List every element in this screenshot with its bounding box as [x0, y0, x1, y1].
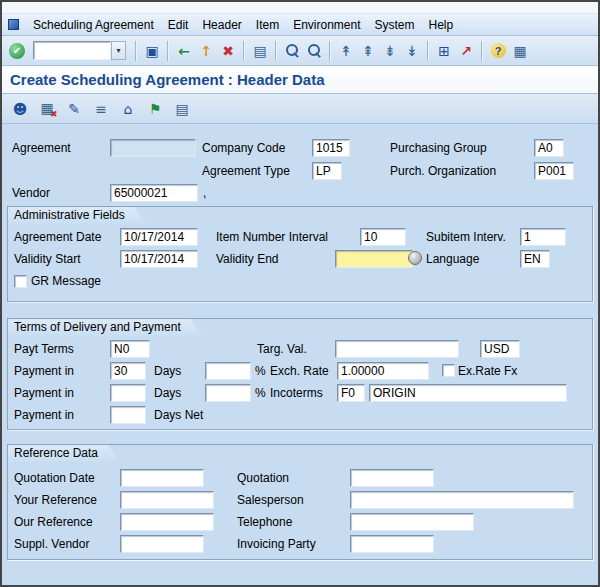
- payment-in-3-field[interactable]: [110, 406, 146, 424]
- incoterms-code-field[interactable]: F0: [337, 384, 365, 402]
- ex-rate-fx-label: Ex.Rate Fx: [458, 363, 517, 380]
- create-shortcut-icon: ↗: [460, 44, 472, 58]
- payment-in-1-field[interactable]: 30: [110, 362, 146, 380]
- language-field[interactable]: EN: [520, 250, 550, 268]
- agreement-field[interactable]: [110, 139, 196, 157]
- our-reference-field[interactable]: [120, 513, 214, 531]
- flag-button[interactable]: ⚑: [143, 98, 167, 120]
- payt-terms-field[interactable]: N0: [110, 340, 150, 358]
- agreement-type-label: Agreement Type: [202, 163, 290, 180]
- page-up-icon: ⇞: [362, 44, 374, 58]
- back-button[interactable]: ←: [173, 40, 195, 62]
- page-down-icon: ⇟: [384, 44, 396, 58]
- new-session-button[interactable]: ⊞: [433, 40, 455, 62]
- vendor-field[interactable]: 65000021: [110, 184, 198, 202]
- validity-start-field[interactable]: 10/17/2014: [120, 250, 198, 268]
- page-up-button[interactable]: ⇞: [357, 40, 379, 62]
- language-label: Language: [426, 251, 479, 268]
- application-toolbar: ☻ ▦ ✖ ✎ ≡ ⌂ ⚑ ▤: [2, 94, 598, 124]
- toolbar-separator: [167, 41, 169, 61]
- building-button[interactable]: ⌂: [116, 98, 140, 120]
- command-dropdown-button[interactable]: ▾: [111, 41, 126, 60]
- quotation-field[interactable]: [350, 469, 434, 487]
- vendor-suffix: ,: [203, 185, 206, 202]
- text-lines-button[interactable]: ≡: [89, 98, 113, 120]
- telephone-field[interactable]: [350, 513, 474, 531]
- customize-layout-button[interactable]: ▦: [509, 40, 531, 62]
- item-number-interval-field[interactable]: 10: [360, 228, 406, 246]
- company-code-field[interactable]: 1015: [312, 139, 350, 157]
- command-input[interactable]: [33, 41, 111, 60]
- toolbar-separator: [135, 41, 137, 61]
- help-button[interactable]: ?: [487, 40, 509, 62]
- percent-1-field[interactable]: [205, 362, 251, 380]
- subitem-interval-field[interactable]: 1: [520, 228, 566, 246]
- quotation-label: Quotation: [237, 470, 289, 487]
- payment-in-2-label: Payment in: [14, 385, 74, 402]
- exch-rate-label: Exch. Rate: [270, 363, 329, 380]
- menu-edit[interactable]: Edit: [161, 16, 196, 34]
- days-1-label: Days: [154, 363, 181, 380]
- menu-header[interactable]: Header: [195, 16, 248, 34]
- incoterms-text-field[interactable]: ORIGIN: [369, 384, 567, 402]
- create-shortcut-button[interactable]: ↗: [455, 40, 477, 62]
- menu-help[interactable]: Help: [422, 16, 461, 34]
- suppl-vendor-label: Suppl. Vendor: [14, 536, 89, 553]
- percent-2-field[interactable]: [205, 384, 251, 402]
- find-button[interactable]: [281, 40, 303, 62]
- payment-in-2-field[interactable]: [110, 384, 146, 402]
- targ-val-field[interactable]: [335, 340, 459, 358]
- exch-rate-field[interactable]: 1.00000: [337, 362, 429, 380]
- save-button[interactable]: ▣: [141, 40, 163, 62]
- first-page-icon: ↟: [340, 44, 352, 58]
- printer-button[interactable]: ▤: [170, 98, 194, 120]
- window-top-strip: [2, 2, 598, 14]
- suppl-vendor-field[interactable]: [120, 535, 204, 553]
- percent-2-label: %: [255, 385, 266, 402]
- ex-rate-fx-checkbox[interactable]: [442, 364, 455, 377]
- find-next-button[interactable]: [303, 40, 325, 62]
- agreement-type-field[interactable]: LP: [312, 162, 342, 180]
- calendar-cancel-icon: ▦ ✖: [40, 101, 53, 116]
- toolbar-separator: [481, 41, 483, 61]
- quotation-date-field[interactable]: [120, 469, 204, 487]
- menu-environment[interactable]: Environment: [286, 16, 367, 34]
- cancel-button[interactable]: ✖: [217, 40, 239, 62]
- menu-item[interactable]: Item: [249, 16, 286, 34]
- targ-val-label: Targ. Val.: [257, 341, 307, 358]
- salesperson-field[interactable]: [350, 491, 574, 509]
- item-number-interval-label: Item Number Interval: [216, 229, 328, 246]
- menu-bar: Scheduling Agreement Edit Header Item En…: [2, 14, 598, 36]
- app-icon: [8, 19, 19, 30]
- menu-scheduling-agreement[interactable]: Scheduling Agreement: [26, 16, 161, 34]
- building-icon: ⌂: [124, 102, 133, 116]
- validity-end-field[interactable]: [335, 250, 413, 268]
- purch-organization-field[interactable]: P001: [534, 162, 574, 180]
- page-down-button[interactable]: ⇟: [379, 40, 401, 62]
- administrative-fields-group-title: Administrative Fields: [7, 206, 147, 224]
- first-page-button[interactable]: ↟: [335, 40, 357, 62]
- pencil-icon: ✎: [68, 102, 80, 116]
- new-session-icon: ⊞: [438, 44, 450, 58]
- payt-terms-label: Payt Terms: [14, 341, 74, 358]
- calendar-cancel-button[interactable]: ▦ ✖: [35, 98, 59, 120]
- edit-button[interactable]: ✎: [62, 98, 86, 120]
- invoicing-party-field[interactable]: [350, 535, 434, 553]
- gr-message-checkbox[interactable]: [14, 275, 27, 288]
- page-title: Create Scheduling Agreement : Header Dat…: [10, 71, 325, 88]
- menu-system[interactable]: System: [368, 16, 422, 34]
- your-reference-field[interactable]: [120, 491, 214, 509]
- exit-button[interactable]: ↑: [195, 40, 217, 62]
- terms-of-delivery-group-title: Terms of Delivery and Payment: [7, 318, 203, 336]
- gr-message-label: GR Message: [31, 273, 101, 290]
- currency-field[interactable]: USD: [480, 340, 520, 358]
- vendor-label: Vendor: [12, 185, 50, 202]
- last-page-button[interactable]: ↡: [401, 40, 423, 62]
- title-bar: Create Scheduling Agreement : Header Dat…: [2, 66, 598, 94]
- agreement-date-field[interactable]: 10/17/2014: [120, 228, 198, 246]
- printer-icon: ▤: [175, 102, 188, 116]
- person-button[interactable]: ☻: [8, 98, 32, 120]
- purchasing-group-field[interactable]: A0: [534, 139, 564, 157]
- enter-button[interactable]: ✔: [6, 40, 28, 62]
- print-button[interactable]: ▤: [249, 40, 271, 62]
